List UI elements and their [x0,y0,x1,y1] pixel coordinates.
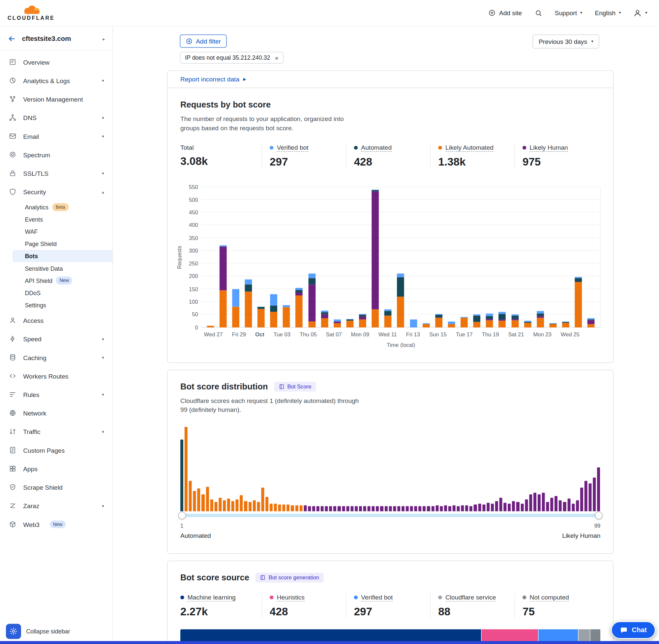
slider-handle-max[interactable] [595,512,603,519]
bar-tue-03[interactable] [283,305,290,327]
sidebar-item-access[interactable]: Access [0,311,112,329]
sidebar-item-network[interactable]: Network [0,404,112,422]
sidebar-item-rules[interactable]: Rules▾ [0,385,112,404]
score-31-bar [308,506,311,511]
bar-wed-25[interactable] [562,322,569,327]
chat-button[interactable]: Chat [611,621,656,639]
sidebar-item-settings[interactable]: Settings [13,299,112,311]
back-arrow-icon[interactable] [7,34,16,43]
search-icon[interactable] [535,9,542,17]
bar-mon-02[interactable] [270,294,278,327]
bar-tue-10[interactable] [372,190,379,327]
sidebar-item-apps[interactable]: Apps [0,459,112,478]
bar-wed-27[interactable] [207,326,214,327]
add-filter-button[interactable]: Add filter [180,34,227,48]
report-incorrect-data-link[interactable]: Report incorrect data ▶ [180,75,246,83]
bar-fri-13[interactable] [410,320,417,327]
sidebar-item-events[interactable]: Events [13,213,112,226]
bar-thu-12[interactable] [397,274,404,327]
language-menu[interactable]: English ▾ [595,9,621,17]
bar-fri-06[interactable] [321,310,328,327]
sidebar-item-workers-routes[interactable]: Workers Routes [0,367,112,385]
bar-mon-16[interactable] [448,322,455,327]
date-range-label: Previous 30 days [539,38,587,45]
bar-group [509,187,521,327]
bar-mon-09[interactable] [359,314,366,327]
requests-section: Requests by bot score The number of requ… [168,88,613,362]
bar-wed-18[interactable] [473,314,481,327]
score-37-bar [333,506,336,511]
bar-tue-24[interactable] [549,323,557,327]
filter-chip[interactable]: IP does not equal 35.212.240.32 × [180,52,283,64]
sidebar-item-spectrum[interactable]: Spectrum [0,145,112,164]
support-menu[interactable]: Support ▾ [555,9,582,17]
bar-tue-17[interactable] [461,317,468,327]
bar-sat-21[interactable] [511,314,519,327]
bar-thu-19[interactable] [486,314,493,327]
score-73-bar [487,503,490,511]
sidebar-item-custom-pages[interactable]: Custom Pages [0,441,112,459]
sidebar-item-ssl-tls[interactable]: SSL/TLS▾ [0,164,112,182]
plus-circle-icon [186,38,192,44]
chevron-right-icon[interactable]: ▸ [103,37,105,41]
bar-sat-07[interactable] [334,320,341,327]
sidebar-item-dns[interactable]: DNS▾ [0,108,112,127]
bar-group [217,187,230,327]
sidebar-item-analytics-logs[interactable]: Analytics & Logs▾ [0,71,112,90]
sidebar-item-overview[interactable]: Overview [0,53,112,71]
chevron-right-icon: ▶ [243,77,246,81]
verified-bot-segment [537,311,544,314]
likely-automated-segment [245,292,252,327]
slider-min-caption: Automated [180,532,211,539]
sidebar-item-scrape-shield[interactable]: Scrape Shield [0,478,112,496]
bar-thu-26[interactable] [575,277,582,327]
sidebar-item-email[interactable]: Email▾ [0,127,112,145]
bar-wed-04[interactable] [296,288,303,327]
account-menu[interactable]: ▾ [634,8,648,17]
bar-fri-20[interactable] [499,312,506,327]
sidebar-item-page-shield[interactable]: Page Shield [13,238,112,250]
sidebar-item-version-management[interactable]: Version Management [0,90,112,108]
bar-wed-11[interactable] [384,309,392,327]
date-range-select[interactable]: Previous 30 days ▾ [533,34,599,48]
add-site-button[interactable]: Add site [489,9,522,17]
score-16-bar [244,501,247,511]
bar-sat-30[interactable] [245,279,252,327]
sidebar-item-security[interactable]: Security▴ [0,182,112,201]
score-10-bar [218,498,221,511]
collapse-sidebar[interactable]: Collapse sidebar [26,628,70,635]
score-range-slider[interactable] [180,514,600,517]
sidebar-item-web3[interactable]: Web3New [0,515,112,533]
badge-beta: Beta [52,204,69,211]
sidebar-item-traffic[interactable]: Traffic▾ [0,422,112,441]
settings-gear-button[interactable] [6,624,21,639]
y-tick-label: 150 [189,286,198,292]
bot-score-badge[interactable]: Bot Score [274,382,316,391]
cloudflare-logo[interactable]: CLOUDFLARE [7,5,55,21]
sidebar-subitem-label: Sensitive Data [25,265,63,271]
sidebar-item-sensitive-data[interactable]: Sensitive Data [13,262,112,274]
slider-handle-min[interactable] [178,512,186,519]
sidebar-item-zaraz[interactable]: Zaraz▾ [0,497,112,515]
bar-sun-15[interactable] [435,314,442,327]
bar-fri-29[interactable] [232,289,239,327]
bar-fri-27[interactable] [587,318,595,327]
language-label: English [595,9,615,17]
sidebar-item-speed[interactable]: Speed▾ [0,330,112,348]
bar-sun-08[interactable] [347,319,354,327]
bar-thu-28[interactable] [219,245,227,327]
bar-sun-01[interactable] [257,307,265,327]
bar-sun-22[interactable] [524,321,532,327]
sidebar-item-api-shield[interactable]: API ShieldNew [13,274,112,286]
sidebar-item-waf[interactable]: WAF [13,226,112,238]
bar-mon-23[interactable] [537,311,544,327]
bar-sat-14[interactable] [423,323,430,327]
sidebar-item-analytics[interactable]: AnalyticsBeta [13,201,112,213]
sidebar-item-bots[interactable]: Bots [13,250,112,262]
sidebar-item-caching[interactable]: Caching▾ [0,348,112,367]
sidebar-item-ddos[interactable]: DDoS [13,286,112,299]
sidebar-item-label: Speed [23,335,41,343]
bar-thu-05[interactable] [308,274,315,327]
bot-score-generation-badge[interactable]: Bot score generation [256,573,324,582]
remove-filter-icon[interactable]: × [275,55,279,61]
